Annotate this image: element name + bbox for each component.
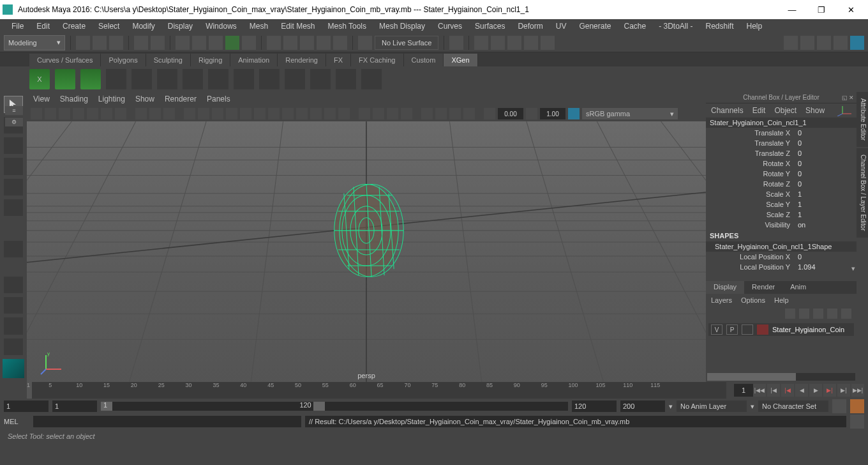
attr-value-field[interactable]: 1	[795, 201, 834, 208]
vp-icon[interactable]	[73, 108, 84, 119]
layer-icon-3[interactable]	[813, 309, 823, 319]
move-tool[interactable]	[4, 158, 23, 174]
make-live-button[interactable]	[358, 36, 372, 50]
layer-tab-render[interactable]: Render	[744, 281, 782, 294]
vp-icon[interactable]	[59, 108, 70, 119]
exposure-field[interactable]: 0.00	[498, 108, 523, 119]
vp-grid-icon[interactable]	[135, 108, 147, 119]
menu-modify[interactable]: Modify	[126, 20, 161, 33]
four-pane-button[interactable]	[4, 297, 23, 314]
vp-icon[interactable]	[324, 108, 336, 119]
chevron-down-icon[interactable]: ▾	[751, 402, 754, 411]
layer-menu-help[interactable]: Help	[774, 296, 789, 304]
vp-icon[interactable]	[421, 108, 433, 119]
xgen-icon-1[interactable]: X	[29, 69, 50, 89]
cb-menu-edit[interactable]: Edit	[752, 106, 766, 115]
xgen-icon-14[interactable]	[361, 69, 382, 89]
new-scene-button[interactable]	[76, 36, 90, 50]
construction-history-button[interactable]	[449, 36, 463, 50]
cb-menu-object[interactable]: Object	[774, 106, 797, 115]
attr-value-field[interactable]: 0	[795, 170, 834, 178]
undock-icon[interactable]: ◱	[842, 95, 848, 101]
vp-icon[interactable]	[87, 108, 98, 119]
menu--dtoall-[interactable]: - 3DtoAll -	[652, 20, 699, 33]
vp-icon[interactable]	[282, 108, 294, 119]
menu-edit-mesh[interactable]: Edit Mesh	[274, 20, 321, 33]
time-slider-track[interactable]: 1510152025303540455055606570758085909510…	[27, 382, 726, 399]
menu-help[interactable]: Help	[740, 20, 769, 33]
vp-icon[interactable]	[31, 108, 42, 119]
color-space-dropdown[interactable]: sRGB gamma▾	[582, 108, 678, 119]
attr-value-field[interactable]: 0	[795, 253, 834, 261]
rotate-tool[interactable]	[4, 179, 23, 195]
render-frame-button[interactable]	[474, 36, 488, 50]
vp-icon[interactable]	[387, 108, 398, 119]
xgen-icon-12[interactable]	[310, 69, 331, 89]
menu-uv[interactable]: UV	[550, 20, 573, 33]
play-backward-button[interactable]: ◀	[795, 384, 808, 397]
attr-value-field[interactable]: 0	[795, 139, 834, 147]
select-by-object-button[interactable]	[192, 36, 206, 50]
gamma-field[interactable]: 1.00	[540, 108, 565, 119]
step-back-button[interactable]: |◀	[781, 384, 794, 397]
minimize-button[interactable]: —	[777, 0, 807, 19]
set-key-button[interactable]	[850, 399, 864, 413]
xgen-icon-2[interactable]	[55, 69, 75, 89]
menu-create[interactable]: Create	[56, 20, 92, 33]
vp-icon[interactable]	[373, 108, 384, 119]
attr-value-field[interactable]: 0	[795, 180, 834, 188]
range-slider-track[interactable]: 1 120	[101, 402, 568, 411]
open-scene-button[interactable]	[93, 36, 107, 50]
chevron-down-icon[interactable]: ▾	[669, 402, 673, 411]
shelf-menu-button[interactable]: ≡	[5, 106, 23, 115]
workspace-mode-dropdown[interactable]: Modeling▾	[4, 35, 65, 50]
panel-layout4-button[interactable]	[834, 36, 848, 50]
script-editor-button[interactable]	[850, 415, 864, 429]
save-scene-button[interactable]	[109, 36, 123, 50]
vp-gamma-icon[interactable]	[526, 108, 537, 119]
anim-start-field[interactable]: 1	[4, 400, 49, 412]
vp-icon[interactable]	[268, 108, 280, 119]
vp-icon[interactable]	[212, 108, 223, 119]
layer-scrollbar[interactable]	[707, 373, 855, 381]
tab-channel-box[interactable]: Channel Box / Layer Editor	[857, 148, 868, 238]
close-button[interactable]: ✕	[836, 0, 865, 19]
shelf-settings-button[interactable]: ⚙	[5, 118, 23, 126]
vp-icon[interactable]	[45, 108, 56, 119]
step-back-key-button[interactable]: |◀	[767, 384, 780, 397]
layer-icon-5[interactable]	[841, 309, 851, 319]
select-by-hierarchy-button[interactable]	[176, 36, 190, 50]
attr-value-field[interactable]: 0	[795, 129, 834, 137]
shelf-tab-polygons[interactable]: Polygons	[101, 54, 146, 66]
menu-display[interactable]: Display	[161, 20, 199, 33]
redo-button[interactable]	[151, 36, 165, 50]
menu-mesh-display[interactable]: Mesh Display	[373, 20, 431, 33]
menu-deform[interactable]: Deform	[511, 20, 549, 33]
attr-value-field[interactable]: 1	[795, 190, 834, 198]
menu-cache[interactable]: Cache	[617, 20, 652, 33]
cb-menu-show[interactable]: Show	[805, 106, 825, 115]
panel-layout1-button[interactable]	[784, 36, 798, 50]
attr-value-field[interactable]: 1.094	[795, 263, 834, 271]
panel-layout3-button[interactable]	[817, 36, 831, 50]
chevron-down-icon[interactable]: ▾	[851, 264, 855, 273]
layer-playback-toggle[interactable]: P	[726, 324, 738, 335]
shelf-tab-rigging[interactable]: Rigging	[191, 54, 230, 66]
viewport-menu-panels[interactable]: Panels	[207, 95, 230, 103]
select-by-component-button[interactable]	[209, 36, 223, 50]
snap-grid-button[interactable]	[267, 36, 281, 50]
color-mgmt-icon[interactable]	[568, 108, 580, 119]
step-forward-key-button[interactable]: ▶|	[837, 384, 850, 397]
selection-mask2-button[interactable]	[242, 36, 256, 50]
panel-layout5-button[interactable]	[850, 36, 864, 50]
vp-icon[interactable]	[359, 108, 370, 119]
close-icon[interactable]: ✕	[849, 95, 854, 101]
character-set-dropdown[interactable]: No Character Set	[758, 400, 828, 412]
go-to-start-button[interactable]: |◀◀	[753, 384, 766, 397]
attr-value-field[interactable]: on	[795, 221, 834, 229]
selected-object-name[interactable]: Stater_Hygiainon_Coin_ncl1_1	[706, 118, 857, 128]
vp-icon[interactable]	[240, 108, 251, 119]
selection-mask-button[interactable]	[225, 36, 239, 50]
layer-icon-1[interactable]	[785, 309, 795, 319]
layer-tab-anim[interactable]: Anim	[782, 281, 814, 294]
